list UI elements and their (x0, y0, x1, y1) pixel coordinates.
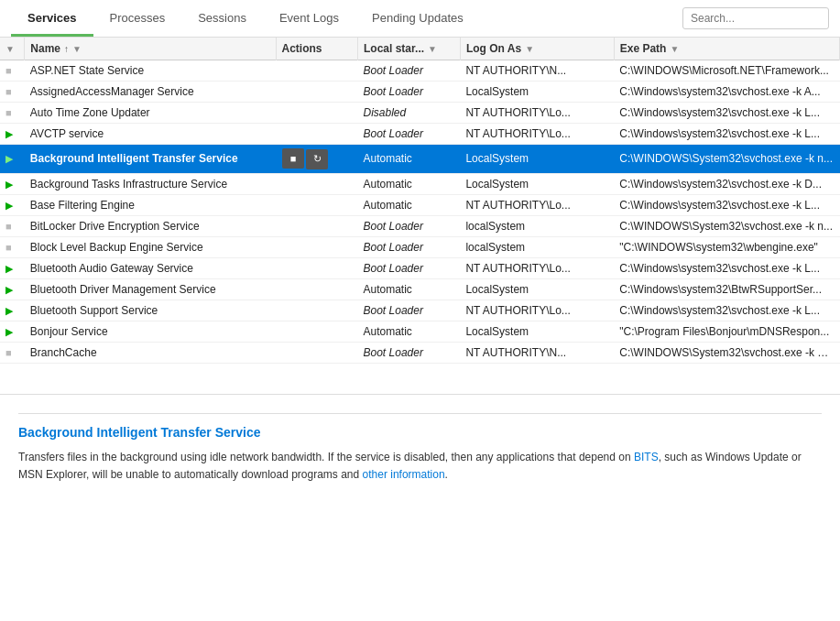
status-cell: ■ (0, 342, 25, 363)
status-cell: ▶ (0, 173, 25, 194)
local-start-cell: Boot Loader (358, 300, 461, 321)
table-row[interactable]: ▶Bluetooth Support ServiceBoot LoaderNT … (0, 300, 840, 321)
actions-cell (276, 257, 358, 278)
sort-asc-icon: ↑ (64, 44, 69, 54)
stopped-icon: ■ (5, 106, 12, 119)
col-header-logon[interactable]: Log On As ▼ (460, 38, 614, 60)
service-name: Background Intelligent Transfer Service (25, 145, 276, 174)
service-name: Background Tasks Infrastructure Service (25, 173, 276, 194)
table-row[interactable]: ▶Bluetooth Driver Management ServiceAuto… (0, 278, 840, 300)
service-name: Base Filtering Engine (25, 194, 276, 215)
filter-name-icon: ▼ (72, 44, 82, 54)
filter-localstart-icon: ▼ (428, 44, 437, 54)
actions-cell (276, 236, 358, 257)
filter-logon-icon: ▼ (525, 44, 534, 54)
running-icon: ▶ (5, 178, 13, 191)
status-cell: ▶ (0, 257, 25, 278)
col-header-name[interactable]: Name ↑ ▼ (25, 38, 276, 60)
status-cell: ▶ (0, 124, 25, 145)
actions-cell (276, 124, 358, 145)
running-icon: ▶ (5, 152, 13, 165)
exe-path-cell: C:\Windows\system32\svchost.exe -k L... (614, 300, 839, 321)
status-cell: ■ (0, 236, 25, 257)
service-name: Auto Time Zone Updater (25, 103, 276, 124)
exe-path-cell: C:\WINDOWS\System32\svchost.exe -k n... (614, 145, 839, 174)
exe-path-cell: C:\Windows\system32\svchost.exe -k L... (614, 257, 839, 278)
logon-cell: LocalSystem (460, 82, 614, 103)
table-row[interactable]: ▶Background Tasks Infrastructure Service… (0, 173, 840, 194)
local-start-cell: Automatic (358, 173, 461, 194)
logon-cell: LocalSystem (460, 278, 614, 300)
stopped-icon: ■ (5, 220, 12, 233)
status-cell: ■ (0, 82, 25, 103)
running-icon: ▶ (5, 262, 13, 275)
service-name: Bonjour Service (25, 321, 276, 342)
status-cell: ▶ (0, 321, 25, 342)
table-row[interactable]: ■ASP.NET State ServiceBoot LoaderNT AUTH… (0, 60, 840, 82)
col-header-localstart[interactable]: Local star... ▼ (358, 38, 461, 60)
logon-cell: LocalSystem (460, 321, 614, 342)
actions-cell (276, 300, 358, 321)
table-row[interactable]: ▶Base Filtering EngineAutomaticNT AUTHOR… (0, 194, 840, 215)
stopped-icon: ■ (5, 241, 12, 254)
service-name: AssignedAccessManager Service (25, 82, 276, 103)
exe-path-cell: "C:\Program Files\Bonjour\mDNSRespon... (614, 321, 839, 342)
tab-sessions[interactable]: Sessions (181, 0, 263, 37)
actions-cell: ■↻ (276, 145, 358, 174)
actions-cell (276, 103, 358, 124)
logon-cell: NT AUTHORITY\Lo... (460, 300, 614, 321)
exe-path-cell: C:\WINDOWS\System32\svchost.exe -k R... (614, 342, 839, 363)
app-container: Services Processes Sessions Event Logs P… (0, 0, 840, 493)
restart-service-button[interactable]: ↻ (306, 149, 328, 169)
detail-link[interactable]: BITS (634, 451, 659, 463)
tab-processes[interactable]: Processes (93, 0, 182, 37)
stopped-icon: ■ (5, 64, 12, 77)
col-header-exepath[interactable]: Exe Path ▼ (614, 38, 839, 60)
table-row[interactable]: ■AssignedAccessManager ServiceBoot Loade… (0, 82, 840, 103)
exe-path-cell: C:\WINDOWS\System32\svchost.exe -k n... (614, 215, 839, 236)
stopped-icon: ■ (5, 346, 12, 359)
running-icon: ▶ (5, 127, 13, 140)
actions-cell (276, 342, 358, 363)
table-row[interactable]: ■Block Level Backup Engine ServiceBoot L… (0, 236, 840, 257)
status-cell: ▶ (0, 278, 25, 300)
local-start-cell: Boot Loader (358, 342, 461, 363)
status-cell: ■ (0, 103, 25, 124)
service-name: BitLocker Drive Encryption Service (25, 215, 276, 236)
table-row[interactable]: ■BranchCacheBoot LoaderNT AUTHORITY\N...… (0, 342, 840, 363)
logon-cell: localSystem (460, 236, 614, 257)
running-icon: ▶ (5, 325, 13, 338)
local-start-cell: Disabled (358, 103, 461, 124)
filter-exepath-icon: ▼ (670, 44, 679, 54)
table-row[interactable]: ▶Bluetooth Audio Gateway ServiceBoot Loa… (0, 257, 840, 278)
top-nav: Services Processes Sessions Event Logs P… (0, 0, 840, 38)
actions-cell (276, 173, 358, 194)
tab-pending-updates[interactable]: Pending Updates (355, 0, 480, 37)
tab-services[interactable]: Services (11, 0, 93, 37)
tab-event-logs[interactable]: Event Logs (263, 0, 355, 37)
service-name: Bluetooth Audio Gateway Service (25, 257, 276, 278)
running-icon: ▶ (5, 199, 13, 212)
table-row[interactable]: ■BitLocker Drive Encryption ServiceBoot … (0, 215, 840, 236)
search-input[interactable] (682, 7, 829, 29)
detail-divider (18, 413, 822, 414)
table-header-row: ▼ Name ↑ ▼ Actions Local st (0, 38, 840, 60)
local-start-cell: Automatic (358, 145, 461, 174)
exe-path-cell: C:\Windows\system32\svchost.exe -k L... (614, 124, 839, 145)
logon-cell: LocalSystem (460, 173, 614, 194)
service-name: BranchCache (25, 342, 276, 363)
local-start-cell: Boot Loader (358, 82, 461, 103)
table-row[interactable]: ▶AVCTP serviceBoot LoaderNT AUTHORITY\Lo… (0, 124, 840, 145)
local-start-cell: Automatic (358, 194, 461, 215)
detail-link[interactable]: other information (363, 468, 445, 481)
table-row[interactable]: ■Auto Time Zone UpdaterDisabledNT AUTHOR… (0, 103, 840, 124)
actions-cell (276, 194, 358, 215)
actions-cell (276, 321, 358, 342)
table-row[interactable]: ▶Background Intelligent Transfer Service… (0, 145, 840, 174)
local-start-cell: Boot Loader (358, 124, 461, 145)
logon-cell: NT AUTHORITY\N... (460, 60, 614, 82)
stop-service-button[interactable]: ■ (282, 148, 304, 169)
logon-cell: LocalSystem (460, 145, 614, 174)
actions-cell (276, 278, 358, 300)
table-row[interactable]: ▶Bonjour ServiceAutomaticLocalSystem"C:\… (0, 321, 840, 342)
